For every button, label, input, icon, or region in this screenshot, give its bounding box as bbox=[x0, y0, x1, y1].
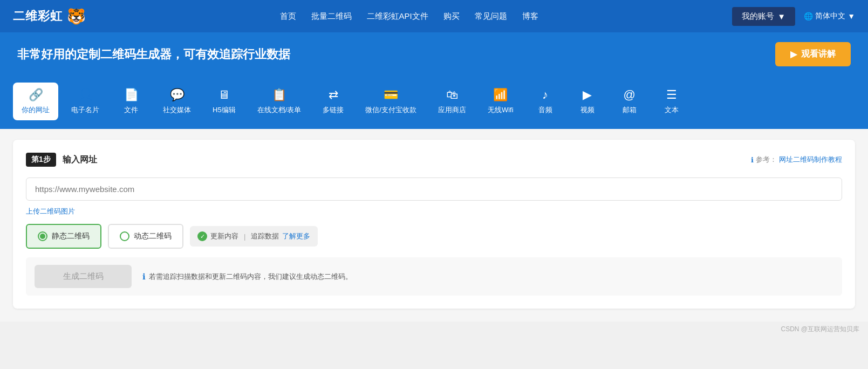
static-qr-button[interactable]: 静态二维码 bbox=[26, 224, 101, 249]
type-item-multi[interactable]: ⇄ 多链接 bbox=[314, 83, 352, 120]
type-item-social[interactable]: 💬 社交媒体 bbox=[154, 83, 200, 120]
type-label-multi: 多链接 bbox=[323, 105, 344, 115]
step-header: 第1步 输入网址 ℹ 参考： 网址二维码制作教程 bbox=[26, 153, 842, 167]
type-item-doc[interactable]: 📋 在线文档/表单 bbox=[249, 83, 310, 120]
type-label-text: 文本 bbox=[665, 105, 679, 115]
watch-button[interactable]: ▶ 观看讲解 bbox=[775, 42, 851, 66]
step-header-left: 第1步 输入网址 bbox=[26, 153, 97, 167]
type-icon-text: ☰ bbox=[666, 88, 677, 102]
type-icon-url: 🔗 bbox=[29, 88, 43, 102]
type-icon-app: 🛍 bbox=[446, 88, 458, 102]
banner: 非常好用的定制二维码生成器，可有效追踪行业数据 ▶ 观看讲解 bbox=[0, 32, 868, 76]
generate-row: 生成二维码 ℹ 若需追踪扫描数据和更新二维码内容，我们建议生成动态二维码。 bbox=[26, 257, 842, 296]
globe-icon: 🌐 bbox=[804, 12, 813, 20]
type-label-doc: 在线文档/表单 bbox=[257, 105, 302, 115]
dynamic-qr-button[interactable]: 动态二维码 bbox=[108, 224, 183, 249]
type-icon-wifi: 📶 bbox=[493, 88, 508, 102]
info-ref-icon: ℹ bbox=[751, 156, 754, 164]
type-item-video[interactable]: ▶ 视频 bbox=[569, 83, 606, 120]
type-icon-multi: ⇄ bbox=[329, 88, 338, 102]
account-chevron-icon: ▼ bbox=[777, 12, 785, 21]
static-qr-label: 静态二维码 bbox=[52, 231, 90, 241]
lang-chevron-icon: ▼ bbox=[848, 12, 855, 20]
type-item-app[interactable]: 🛍 应用商店 bbox=[429, 83, 475, 120]
logo-text: 二维彩虹 bbox=[13, 8, 63, 24]
type-icon-social: 💬 bbox=[170, 88, 184, 102]
type-item-text[interactable]: ☰ 文本 bbox=[653, 83, 691, 120]
nav-item-faq[interactable]: 常见问题 bbox=[475, 11, 507, 22]
static-radio-icon bbox=[38, 231, 47, 241]
type-item-card[interactable]: 👤 电子名片 bbox=[63, 83, 108, 120]
type-icon-card: 👤 bbox=[78, 88, 93, 102]
footer-watermark: CSDN @互联网运营知贝库 bbox=[0, 322, 868, 335]
header: 二维彩虹 🐯 首页批量二维码二维彩虹API文件购买常见问题博客 我的账号 ▼ 🌐… bbox=[0, 0, 868, 32]
type-label-h5: H5编辑 bbox=[213, 105, 236, 115]
logo-icon: 🐯 bbox=[67, 8, 86, 25]
header-right: 我的账号 ▼ 🌐 简体中文 ▼ bbox=[732, 7, 855, 26]
step-title: 输入网址 bbox=[63, 154, 97, 166]
main-nav: 首页批量二维码二维彩虹API文件购买常见问题博客 bbox=[280, 11, 538, 22]
badge-divider: | bbox=[244, 233, 245, 241]
type-label-pay: 微信/支付宝收款 bbox=[365, 105, 416, 115]
watermark-text: CSDN @互联网运营知贝库 bbox=[781, 325, 859, 333]
type-icon-pay: 💳 bbox=[384, 88, 398, 102]
type-label-social: 社交媒体 bbox=[163, 105, 191, 115]
badge-text1: 更新内容 bbox=[210, 231, 238, 241]
generate-hint: ℹ 若需追踪扫描数据和更新二维码内容，我们建议生成动态二维码。 bbox=[142, 272, 352, 282]
account-button[interactable]: 我的账号 ▼ bbox=[732, 7, 795, 26]
badge-text2: 追踪数据 bbox=[251, 231, 279, 241]
generate-label: 生成二维码 bbox=[63, 271, 104, 281]
type-label-video: 视频 bbox=[580, 105, 594, 115]
nav-item-api[interactable]: 二维彩虹API文件 bbox=[367, 11, 428, 22]
type-item-pay[interactable]: 💳 微信/支付宝收款 bbox=[357, 83, 425, 120]
type-item-email[interactable]: @ 邮箱 bbox=[611, 83, 648, 120]
type-label-email: 邮箱 bbox=[623, 105, 637, 115]
type-icon-email: @ bbox=[623, 88, 635, 102]
type-icon-audio: ♪ bbox=[542, 88, 548, 102]
check-icon: ✓ bbox=[197, 231, 207, 241]
step-card: 第1步 输入网址 ℹ 参考： 网址二维码制作教程 上传二维码图片 静态二维码 动… bbox=[13, 140, 855, 309]
play-icon: ▶ bbox=[790, 49, 797, 59]
dynamic-badge: ✓ 更新内容 | 追踪数据 了解更多 bbox=[190, 226, 318, 247]
type-selector: 🔗 你的网址 👤 电子名片 📄 文件 💬 社交媒体 🖥 H5编辑 📋 在线文档/… bbox=[0, 76, 868, 129]
type-label-wifi: 无线Wifi bbox=[488, 105, 514, 115]
type-item-audio[interactable]: ♪ 音频 bbox=[527, 83, 564, 120]
upload-qr-link[interactable]: 上传二维码图片 bbox=[26, 207, 75, 216]
step-badge: 第1步 bbox=[26, 153, 56, 167]
type-label-card: 电子名片 bbox=[71, 105, 99, 115]
logo-area: 二维彩虹 🐯 bbox=[13, 8, 86, 25]
type-icon-doc: 📋 bbox=[272, 88, 286, 102]
watch-label: 观看讲解 bbox=[801, 49, 836, 60]
type-icon-h5: 🖥 bbox=[218, 88, 230, 102]
step-reference: ℹ 参考： 网址二维码制作教程 bbox=[751, 155, 842, 165]
nav-item-blog[interactable]: 博客 bbox=[522, 11, 538, 22]
nav-item-batch[interactable]: 批量二维码 bbox=[311, 11, 352, 22]
hint-text: 若需追踪扫描数据和更新二维码内容，我们建议生成动态二维码。 bbox=[149, 272, 352, 282]
type-icon-video: ▶ bbox=[583, 88, 592, 102]
type-item-wifi[interactable]: 📶 无线Wifi bbox=[479, 83, 522, 120]
nav-item-buy[interactable]: 购买 bbox=[443, 11, 460, 22]
type-label-file: 文件 bbox=[124, 105, 138, 115]
learn-more-link[interactable]: 了解更多 bbox=[282, 231, 310, 241]
dynamic-radio-icon bbox=[120, 231, 129, 241]
nav-item-home[interactable]: 首页 bbox=[280, 11, 296, 22]
type-item-file[interactable]: 📄 文件 bbox=[112, 83, 150, 120]
main-content: 第1步 输入网址 ℹ 参考： 网址二维码制作教程 上传二维码图片 静态二维码 动… bbox=[0, 129, 868, 322]
type-item-url[interactable]: 🔗 你的网址 bbox=[13, 83, 58, 120]
banner-title: 非常好用的定制二维码生成器，可有效追踪行业数据 bbox=[17, 46, 290, 63]
generate-button[interactable]: 生成二维码 bbox=[35, 265, 132, 288]
type-label-audio: 音频 bbox=[538, 105, 552, 115]
ref-prefix: 参考： bbox=[756, 155, 777, 165]
url-input[interactable] bbox=[26, 177, 842, 201]
type-label-url: 你的网址 bbox=[22, 105, 50, 115]
language-button[interactable]: 🌐 简体中文 ▼ bbox=[804, 11, 855, 21]
dynamic-qr-label: 动态二维码 bbox=[134, 231, 172, 241]
qr-type-row: 静态二维码 动态二维码 ✓ 更新内容 | 追踪数据 了解更多 bbox=[26, 224, 842, 249]
account-label: 我的账号 bbox=[742, 11, 774, 22]
type-label-app: 应用商店 bbox=[438, 105, 466, 115]
ref-link[interactable]: 网址二维码制作教程 bbox=[779, 155, 842, 165]
hint-icon: ℹ bbox=[142, 272, 146, 282]
lang-label: 简体中文 bbox=[815, 11, 845, 21]
type-item-h5[interactable]: 🖥 H5编辑 bbox=[204, 83, 244, 120]
type-icon-file: 📄 bbox=[124, 88, 139, 102]
